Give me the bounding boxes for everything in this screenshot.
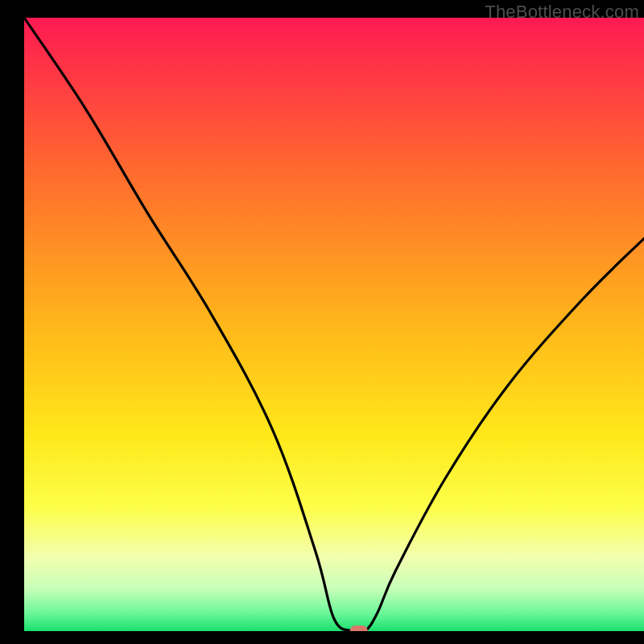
bottleneck-chart — [24, 18, 644, 631]
chart-frame: TheBottleneck.com — [0, 0, 644, 644]
optimal-point-marker — [350, 625, 368, 631]
watermark-text: TheBottleneck.com — [485, 2, 639, 23]
gradient-background — [24, 18, 644, 631]
plot-area — [24, 18, 644, 631]
